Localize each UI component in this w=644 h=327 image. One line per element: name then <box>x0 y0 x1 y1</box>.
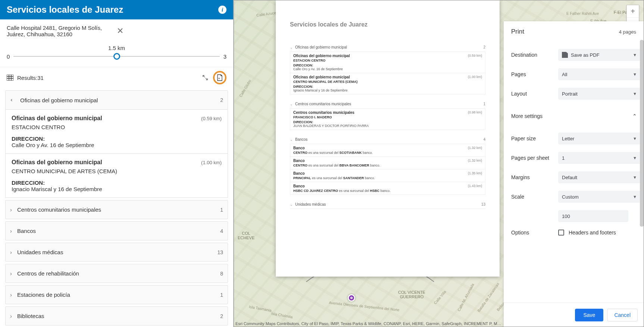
category-count: 8 <box>220 271 223 277</box>
print-footer: Save Cancel <box>504 302 644 327</box>
category-header[interactable]: ›Centros comunitarios municipales1 <box>5 200 228 219</box>
info-icon[interactable]: i <box>218 6 226 14</box>
preview-item: Oficinas del gobierno municipal(1.00 km)… <box>290 73 485 94</box>
result-card[interactable]: Oficinas del gobierno municipal(0.59 km)… <box>5 110 228 154</box>
result-field-value: Calle Oro y Av. 16 de Septiembre <box>12 142 222 148</box>
chevron-right-icon: › <box>10 292 12 298</box>
pages-select[interactable]: All▼ <box>558 68 641 80</box>
pages-per-sheet-select[interactable]: 1▼ <box>558 152 641 164</box>
destination-label: Destination <box>511 52 558 58</box>
result-subtitle: ESTACION CENTRO <box>12 124 222 130</box>
dropdown-icon: ▼ <box>633 175 637 180</box>
destination-select[interactable]: Save as PDF▼ <box>558 49 641 61</box>
scale-input[interactable] <box>558 210 628 222</box>
result-subtitle: CENTRO MUNICIPAL DE ARTES (CEMA) <box>12 168 222 174</box>
category-header[interactable]: ⌄ Oficinas del gobierno municipal 2 <box>5 90 228 110</box>
headers-footers-option[interactable]: Headers and footers <box>558 230 616 236</box>
distance-slider: 1.5 km 0 3 <box>0 43 233 67</box>
pdf-icon <box>562 52 568 58</box>
layout-select[interactable]: Portrait▼ <box>558 88 641 100</box>
category-name: Centros de rehabilitación <box>17 270 79 277</box>
map-neighborhood-label: COLECHEVE <box>238 231 254 240</box>
preview-category: ⌄Centros comunitarios municipales1 <box>290 100 485 109</box>
preview-category: ⌄Bancos4 <box>290 135 485 144</box>
more-settings-toggle[interactable]: More settings⌃ <box>511 107 641 125</box>
save-button[interactable]: Save <box>575 309 603 321</box>
preview-category: ⌄Unidades médicas13 <box>290 200 485 209</box>
preview-category: ⌄Oficinas del gobierno municipal2 <box>290 43 485 52</box>
result-field-label: DIRECCION: <box>12 180 222 186</box>
street-label: E Father Rahm Ave <box>566 12 599 16</box>
paper-size-label: Paper size <box>511 136 558 141</box>
category-count: 1 <box>220 207 223 213</box>
category-name: Bibliotecas <box>17 313 44 319</box>
category-header[interactable]: ›Bancos4 <box>5 221 228 240</box>
result-field-value: Ignacio Mariscal y 16 de Septiembre <box>12 186 222 192</box>
category-header[interactable]: ›Unidades médicas13 <box>5 243 228 262</box>
print-title: Print <box>511 28 524 35</box>
category-name: Centros comunitarios municipales <box>17 206 101 213</box>
category-name: Estaciones de policía <box>17 292 70 298</box>
dropdown-icon: ▼ <box>633 194 637 199</box>
category-header[interactable]: ›Bibliotecas2 <box>5 306 228 326</box>
dropdown-icon: ▼ <box>633 91 637 96</box>
chevron-right-icon: › <box>10 270 12 277</box>
dropdown-icon: ▼ <box>633 53 637 57</box>
paper-size-select[interactable]: Letter▼ <box>558 133 641 144</box>
layout-label: Layout <box>511 91 558 97</box>
table-icon[interactable] <box>7 75 13 81</box>
margins-label: Margins <box>511 174 558 180</box>
preview-item: Oficinas del gobierno municipal(0.59 km)… <box>290 52 485 73</box>
result-field-label: DIRECCION: <box>12 136 222 142</box>
result-title: Oficinas del gobierno municipal <box>12 115 201 122</box>
app-title: Servicios locales de Juarez <box>7 4 123 15</box>
slider-value-label: 1.5 km <box>7 45 226 51</box>
preview-item: Banco(1.32 km)CENTRO es una surcursal de… <box>290 157 485 169</box>
category-count: 4 <box>220 228 223 234</box>
location-pin-icon[interactable] <box>348 294 355 302</box>
nearby-panel: Servicios locales de Juarez i Calle Hosp… <box>0 0 234 327</box>
category-name: Oficinas del gobierno municipal <box>20 97 98 103</box>
category-count: 2 <box>220 97 223 103</box>
slider-track[interactable] <box>13 53 219 60</box>
export-pdf-button[interactable]: A <box>213 71 226 84</box>
results-count: Results:31 <box>17 75 44 81</box>
margins-select[interactable]: Default▼ <box>558 171 641 183</box>
clear-address-icon[interactable]: ✕ <box>117 27 227 35</box>
category-header[interactable]: ›Centros de rehabilitación8 <box>5 264 228 283</box>
preview-item: Banco(1.43 km)HSBC CD JUAREZ CENTRO es u… <box>290 182 485 195</box>
dropdown-icon: ▼ <box>633 136 637 141</box>
panel-header: Servicios locales de Juarez i <box>0 0 233 19</box>
expand-icon[interactable] <box>203 75 208 80</box>
category-header[interactable]: ›Estaciones de policía1 <box>5 285 228 304</box>
result-distance: (0.59 km) <box>201 116 222 121</box>
print-scrollbar[interactable] <box>640 40 644 305</box>
print-dialog: Print 4 pages Destination Save as PDF▼ P… <box>504 21 644 327</box>
preview-item: Centros comunitarios municipales(0.98 km… <box>290 109 485 130</box>
checkbox-icon[interactable] <box>558 230 564 236</box>
category-count: 2 <box>220 313 223 319</box>
scale-select[interactable]: Custom▼ <box>558 191 641 203</box>
chevron-up-icon: ⌃ <box>632 113 637 119</box>
chevron-right-icon: › <box>10 313 12 319</box>
slider-max-label: 3 <box>223 53 226 60</box>
category-count: 1 <box>220 292 223 298</box>
address-row: Calle Hospital 2481, Gregorio M Solís, J… <box>0 19 233 43</box>
map[interactable]: INDUSTRIALALTAVISTA COLECHEVE COL VICENT… <box>234 0 644 327</box>
result-distance: (1.00 km) <box>201 160 222 165</box>
scale-label: Scale <box>511 194 558 200</box>
result-card[interactable]: Oficinas del gobierno municipal(1.00 km)… <box>5 154 228 198</box>
print-settings[interactable]: Destination Save as PDF▼ Pages All▼ Layo… <box>504 39 644 302</box>
dropdown-icon: ▼ <box>633 156 637 160</box>
slider-thumb[interactable] <box>113 53 120 60</box>
cancel-button[interactable]: Cancel <box>607 309 638 321</box>
svg-rect-0 <box>7 75 13 81</box>
chevron-down-icon: ⌄ <box>9 98 16 103</box>
search-address: Calle Hospital 2481, Gregorio M Solís, J… <box>7 25 117 37</box>
slider-min-label: 0 <box>7 53 10 60</box>
preview-item: Banco(1.32 km)CENTRO es una surcursal de… <box>290 144 485 157</box>
pages-label: Pages <box>511 71 558 77</box>
results-list[interactable]: ⌄ Oficinas del gobierno municipal 2 Ofic… <box>0 88 233 327</box>
zoom-in-button[interactable]: + <box>627 5 639 18</box>
print-page-count: 4 pages <box>619 29 636 35</box>
